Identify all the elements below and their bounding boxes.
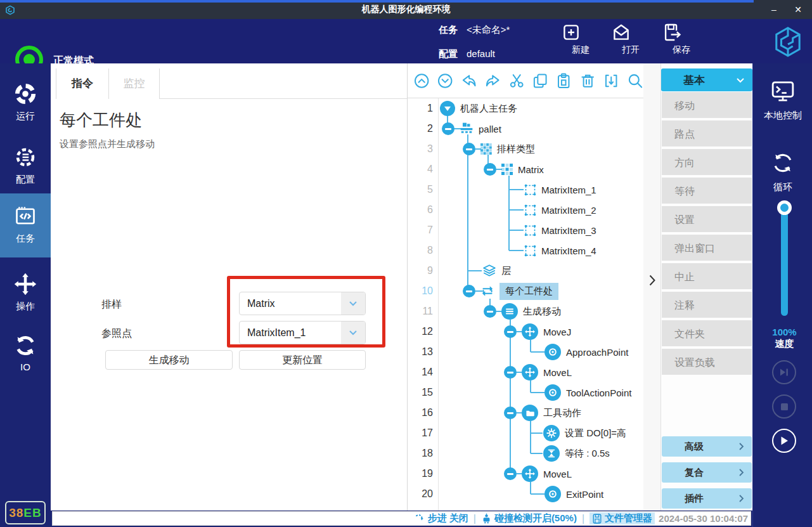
- step-forward-button[interactable]: [772, 360, 796, 384]
- tree-row-layer[interactable]: 层: [482, 261, 511, 281]
- tree-row-main-task[interactable]: 机器人主任务: [440, 98, 517, 119]
- chevron-down-icon[interactable]: [341, 292, 365, 315]
- collapse-node-icon[interactable]: [504, 407, 517, 419]
- sidebar-item-io[interactable]: IO: [0, 323, 51, 384]
- tree-row-wait[interactable]: 等待 : 0.5s: [543, 443, 610, 464]
- palette-item-set[interactable]: 设置: [662, 206, 752, 233]
- tree-toolbar: [408, 63, 643, 98]
- tree-row-matrix[interactable]: Matrix: [484, 159, 544, 179]
- step-mode-icon: [415, 513, 425, 524]
- collapse-node-icon[interactable]: [504, 467, 517, 480]
- status-separator: |: [474, 513, 476, 524]
- tree-row-per-workpiece[interactable]: 每个工件处: [463, 281, 558, 301]
- tree-row-pattern-type[interactable]: 排样类型: [463, 139, 535, 159]
- collapse-node-icon[interactable]: [463, 285, 475, 297]
- tree-row-matrix-item[interactable]: MatrixItem_1: [524, 179, 596, 200]
- tab-instruction[interactable]: 指令: [56, 68, 109, 99]
- tab-monitor[interactable]: 监控: [109, 68, 160, 99]
- paste-icon[interactable]: [555, 72, 572, 89]
- tree-row-tool-action[interactable]: 工具动作: [504, 403, 581, 423]
- line-number: 18: [408, 443, 433, 464]
- search-icon[interactable]: [627, 72, 643, 89]
- collapse-node-icon[interactable]: [463, 143, 475, 155]
- chevron-down-icon[interactable]: [341, 322, 365, 344]
- generate-move-button[interactable]: 生成移动: [105, 350, 233, 370]
- tree-row-matrix-item[interactable]: MatrixItem_3: [524, 220, 596, 240]
- minimize-button[interactable]: –: [766, 3, 782, 16]
- palette-item-comment[interactable]: 注释: [662, 292, 752, 319]
- stop-button[interactable]: [772, 394, 796, 419]
- palette-group-advanced[interactable]: 高级: [662, 436, 752, 457]
- insert-icon[interactable]: [603, 72, 619, 89]
- undo-icon[interactable]: [461, 72, 477, 89]
- tree-row-movel-2[interactable]: MoveL: [504, 464, 572, 484]
- tree-row-matrix-item[interactable]: MatrixItem_4: [524, 240, 596, 261]
- pattern-type-icon: [480, 143, 492, 155]
- tree-row-approach-point[interactable]: ApproachPoint: [545, 342, 628, 362]
- tree-row-set-do[interactable]: 设置 DO[0]=高: [543, 423, 626, 443]
- palette-item-popup[interactable]: 弹出窗口: [662, 235, 752, 262]
- palette-group-composite[interactable]: 复合: [662, 462, 752, 483]
- line-number: 3: [408, 139, 433, 159]
- reference-select[interactable]: MatrixItem_1: [239, 321, 366, 344]
- speed-slider-handle[interactable]: [777, 200, 792, 215]
- collapse-node-icon[interactable]: [484, 305, 496, 318]
- collapse-node-icon[interactable]: [442, 122, 454, 135]
- new-task-button[interactable]: 新建: [560, 22, 601, 56]
- tree-row-movej[interactable]: MoveJ: [504, 322, 571, 342]
- palette-item-move[interactable]: 移动: [662, 92, 752, 119]
- tree-row-exit-point[interactable]: ExitPoint: [545, 484, 603, 504]
- layers-icon: [482, 264, 496, 277]
- tree-row-pallet[interactable]: pallet: [442, 119, 501, 139]
- tree-row-generate-move[interactable]: 生成移动: [484, 301, 561, 322]
- local-control-button[interactable]: 本地控制: [753, 79, 812, 122]
- palette-item-direction[interactable]: 方向: [662, 149, 752, 176]
- open-task-button[interactable]: 打开: [610, 22, 651, 56]
- tree-row-movel[interactable]: MoveL: [504, 362, 572, 382]
- cut-icon[interactable]: [508, 72, 525, 89]
- expand-node-icon[interactable]: [440, 101, 455, 116]
- chevron-right-icon[interactable]: [648, 274, 656, 287]
- panel-expand-strip[interactable]: [643, 63, 661, 511]
- pattern-select[interactable]: Matrix: [239, 292, 366, 315]
- delete-icon[interactable]: [579, 72, 596, 89]
- config-value: default: [467, 48, 495, 59]
- palette-group-basic[interactable]: 基本: [661, 68, 752, 91]
- copy-icon[interactable]: [532, 72, 548, 89]
- palette-item-waypoint[interactable]: 路点: [662, 120, 752, 148]
- collapse-node-icon[interactable]: [484, 163, 496, 176]
- expand-all-icon[interactable]: [437, 72, 453, 89]
- sidebar-item-config[interactable]: 配置: [0, 134, 51, 195]
- update-position-button[interactable]: 更新位置: [239, 350, 366, 370]
- speed-slider-track[interactable]: [781, 208, 788, 316]
- line-number: 13: [408, 342, 433, 362]
- palette-item-set-payload[interactable]: 设置负载: [662, 349, 752, 376]
- palette-item-abort[interactable]: 中止: [662, 263, 752, 290]
- new-icon: [560, 22, 582, 43]
- pattern-select-value: Matrix: [240, 298, 341, 309]
- palette-item-folder[interactable]: 文件夹: [662, 320, 752, 348]
- file-manager-button[interactable]: 文件管理器: [590, 512, 655, 524]
- sidebar-item-run[interactable]: 运行: [0, 71, 51, 132]
- gear-node-icon: [543, 425, 560, 441]
- close-button[interactable]: ✕: [790, 3, 806, 16]
- window-title: 机器人图形化编程环境: [0, 4, 812, 15]
- tree-row-tool-action-point[interactable]: ToolActionPoint: [545, 382, 631, 403]
- sidebar-item-operate[interactable]: 操作: [0, 261, 51, 322]
- collapse-node-icon[interactable]: [504, 325, 517, 338]
- step-mode-status[interactable]: 步进 关闭: [415, 512, 468, 524]
- sidebar-item-task[interactable]: 任务: [0, 193, 51, 257]
- selected-node-label: 每个工件处: [499, 283, 558, 300]
- redo-icon[interactable]: [484, 72, 501, 89]
- play-button[interactable]: [772, 429, 796, 453]
- collapse-node-icon[interactable]: [504, 366, 517, 379]
- save-task-button[interactable]: 保存: [661, 22, 702, 56]
- collapse-all-icon[interactable]: [413, 72, 430, 89]
- loop-mode-button[interactable]: 循环: [753, 151, 812, 193]
- line-number: 5: [408, 179, 433, 200]
- collision-detection-status[interactable]: 碰撞检测开启(50%): [481, 512, 577, 524]
- line-number: 16: [408, 403, 433, 423]
- tree-row-matrix-item[interactable]: MatrixItem_2: [524, 200, 596, 220]
- palette-group-plugin[interactable]: 插件: [662, 488, 752, 509]
- palette-item-wait[interactable]: 等待: [662, 178, 752, 205]
